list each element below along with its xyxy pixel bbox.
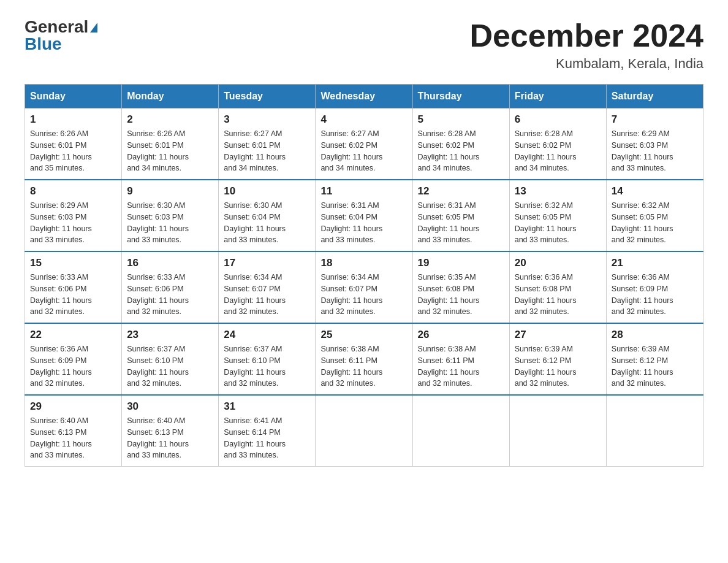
day-info: Sunrise: 6:26 AMSunset: 6:01 PMDaylight:… <box>30 128 116 174</box>
week-row-5: 29Sunrise: 6:40 AMSunset: 6:13 PMDayligh… <box>25 395 703 467</box>
calendar-cell: 30Sunrise: 6:40 AMSunset: 6:13 PMDayligh… <box>122 395 219 467</box>
calendar-cell: 20Sunrise: 6:36 AMSunset: 6:08 PMDayligh… <box>509 251 606 323</box>
day-number: 23 <box>127 329 213 341</box>
calendar-cell <box>412 395 509 467</box>
calendar-cell: 8Sunrise: 6:29 AMSunset: 6:03 PMDaylight… <box>25 180 122 251</box>
day-number: 3 <box>224 113 310 126</box>
day-info: Sunrise: 6:41 AMSunset: 6:14 PMDaylight:… <box>224 415 310 461</box>
day-info: Sunrise: 6:36 AMSunset: 6:09 PMDaylight:… <box>612 272 698 318</box>
day-info: Sunrise: 6:36 AMSunset: 6:09 PMDaylight:… <box>30 343 116 389</box>
calendar-cell: 7Sunrise: 6:29 AMSunset: 6:03 PMDaylight… <box>606 109 703 180</box>
header-thursday: Thursday <box>412 85 509 109</box>
calendar-cell: 13Sunrise: 6:32 AMSunset: 6:05 PMDayligh… <box>509 180 606 251</box>
page-header: General Blue December 2024 Kumbalam, Ker… <box>25 18 703 72</box>
calendar-cell <box>606 395 703 467</box>
calendar-cell: 16Sunrise: 6:33 AMSunset: 6:06 PMDayligh… <box>122 251 219 323</box>
day-info: Sunrise: 6:29 AMSunset: 6:03 PMDaylight:… <box>30 200 116 246</box>
calendar-cell: 5Sunrise: 6:28 AMSunset: 6:02 PMDaylight… <box>412 109 509 180</box>
calendar-cell: 17Sunrise: 6:34 AMSunset: 6:07 PMDayligh… <box>219 251 316 323</box>
day-info: Sunrise: 6:35 AMSunset: 6:08 PMDaylight:… <box>418 272 504 318</box>
day-info: Sunrise: 6:40 AMSunset: 6:13 PMDaylight:… <box>30 415 116 461</box>
day-number: 2 <box>127 113 213 126</box>
day-info: Sunrise: 6:36 AMSunset: 6:08 PMDaylight:… <box>515 272 601 318</box>
day-number: 6 <box>515 113 601 126</box>
calendar-cell: 18Sunrise: 6:34 AMSunset: 6:07 PMDayligh… <box>316 251 412 323</box>
day-number: 8 <box>30 185 116 197</box>
day-info: Sunrise: 6:37 AMSunset: 6:10 PMDaylight:… <box>224 343 310 389</box>
day-number: 26 <box>418 329 504 341</box>
day-number: 25 <box>320 329 407 341</box>
calendar-cell: 4Sunrise: 6:27 AMSunset: 6:02 PMDaylight… <box>316 109 412 180</box>
day-info: Sunrise: 6:30 AMSunset: 6:04 PMDaylight:… <box>224 200 310 246</box>
header-wednesday: Wednesday <box>316 85 412 109</box>
calendar-cell: 15Sunrise: 6:33 AMSunset: 6:06 PMDayligh… <box>25 251 122 323</box>
day-info: Sunrise: 6:37 AMSunset: 6:10 PMDaylight:… <box>127 343 213 389</box>
day-info: Sunrise: 6:34 AMSunset: 6:07 PMDaylight:… <box>224 272 310 318</box>
day-number: 29 <box>30 400 116 413</box>
month-title: December 2024 <box>469 18 703 53</box>
location-text: Kumbalam, Kerala, India <box>469 56 703 72</box>
day-number: 4 <box>320 113 407 126</box>
day-info: Sunrise: 6:27 AMSunset: 6:02 PMDaylight:… <box>320 128 407 174</box>
day-info: Sunrise: 6:26 AMSunset: 6:01 PMDaylight:… <box>127 128 213 174</box>
day-number: 1 <box>30 113 116 126</box>
calendar-cell: 28Sunrise: 6:39 AMSunset: 6:12 PMDayligh… <box>606 323 703 395</box>
calendar-cell: 3Sunrise: 6:27 AMSunset: 6:01 PMDaylight… <box>219 109 316 180</box>
calendar-cell: 19Sunrise: 6:35 AMSunset: 6:08 PMDayligh… <box>412 251 509 323</box>
day-info: Sunrise: 6:32 AMSunset: 6:05 PMDaylight:… <box>515 200 601 246</box>
day-info: Sunrise: 6:40 AMSunset: 6:13 PMDaylight:… <box>127 415 213 461</box>
calendar-cell: 10Sunrise: 6:30 AMSunset: 6:04 PMDayligh… <box>219 180 316 251</box>
day-info: Sunrise: 6:33 AMSunset: 6:06 PMDaylight:… <box>30 272 116 318</box>
calendar-cell: 31Sunrise: 6:41 AMSunset: 6:14 PMDayligh… <box>219 395 316 467</box>
calendar-table: SundayMondayTuesdayWednesdayThursdayFrid… <box>25 84 703 467</box>
calendar-cell: 2Sunrise: 6:26 AMSunset: 6:01 PMDaylight… <box>122 109 219 180</box>
day-number: 21 <box>612 257 698 269</box>
week-row-3: 15Sunrise: 6:33 AMSunset: 6:06 PMDayligh… <box>25 251 703 323</box>
day-info: Sunrise: 6:27 AMSunset: 6:01 PMDaylight:… <box>224 128 310 174</box>
title-block: December 2024 Kumbalam, Kerala, India <box>469 18 703 72</box>
calendar-cell: 11Sunrise: 6:31 AMSunset: 6:04 PMDayligh… <box>316 180 412 251</box>
day-number: 16 <box>127 257 213 269</box>
calendar-cell: 9Sunrise: 6:30 AMSunset: 6:03 PMDaylight… <box>122 180 219 251</box>
logo-triangle-icon <box>90 23 97 33</box>
day-info: Sunrise: 6:28 AMSunset: 6:02 PMDaylight:… <box>418 128 504 174</box>
calendar-cell <box>509 395 606 467</box>
day-number: 31 <box>224 400 310 413</box>
day-number: 17 <box>224 257 310 269</box>
week-row-2: 8Sunrise: 6:29 AMSunset: 6:03 PMDaylight… <box>25 180 703 251</box>
calendar-cell: 23Sunrise: 6:37 AMSunset: 6:10 PMDayligh… <box>122 323 219 395</box>
day-number: 27 <box>515 329 601 341</box>
day-info: Sunrise: 6:31 AMSunset: 6:05 PMDaylight:… <box>418 200 504 246</box>
day-number: 10 <box>224 185 310 197</box>
logo: General Blue <box>25 18 97 53</box>
day-number: 13 <box>515 185 601 197</box>
day-number: 30 <box>127 400 213 413</box>
day-number: 24 <box>224 329 310 341</box>
logo-blue-text: Blue <box>25 36 62 53</box>
day-number: 9 <box>127 185 213 197</box>
calendar-header-row: SundayMondayTuesdayWednesdayThursdayFrid… <box>25 85 703 109</box>
day-info: Sunrise: 6:38 AMSunset: 6:11 PMDaylight:… <box>320 343 407 389</box>
day-info: Sunrise: 6:39 AMSunset: 6:12 PMDaylight:… <box>515 343 601 389</box>
day-number: 18 <box>320 257 407 269</box>
day-info: Sunrise: 6:32 AMSunset: 6:05 PMDaylight:… <box>612 200 698 246</box>
day-info: Sunrise: 6:34 AMSunset: 6:07 PMDaylight:… <box>320 272 407 318</box>
day-info: Sunrise: 6:39 AMSunset: 6:12 PMDaylight:… <box>612 343 698 389</box>
calendar-cell: 24Sunrise: 6:37 AMSunset: 6:10 PMDayligh… <box>219 323 316 395</box>
header-friday: Friday <box>509 85 606 109</box>
calendar-cell: 21Sunrise: 6:36 AMSunset: 6:09 PMDayligh… <box>606 251 703 323</box>
day-number: 7 <box>612 113 698 126</box>
calendar-cell: 26Sunrise: 6:38 AMSunset: 6:11 PMDayligh… <box>412 323 509 395</box>
week-row-4: 22Sunrise: 6:36 AMSunset: 6:09 PMDayligh… <box>25 323 703 395</box>
calendar-cell: 1Sunrise: 6:26 AMSunset: 6:01 PMDaylight… <box>25 109 122 180</box>
day-number: 12 <box>418 185 504 197</box>
header-saturday: Saturday <box>606 85 703 109</box>
day-info: Sunrise: 6:38 AMSunset: 6:11 PMDaylight:… <box>418 343 504 389</box>
day-info: Sunrise: 6:29 AMSunset: 6:03 PMDaylight:… <box>612 128 698 174</box>
day-info: Sunrise: 6:31 AMSunset: 6:04 PMDaylight:… <box>320 200 407 246</box>
day-info: Sunrise: 6:28 AMSunset: 6:02 PMDaylight:… <box>515 128 601 174</box>
day-number: 20 <box>515 257 601 269</box>
logo-general-text: General <box>25 18 97 36</box>
day-number: 14 <box>612 185 698 197</box>
calendar-cell: 6Sunrise: 6:28 AMSunset: 6:02 PMDaylight… <box>509 109 606 180</box>
